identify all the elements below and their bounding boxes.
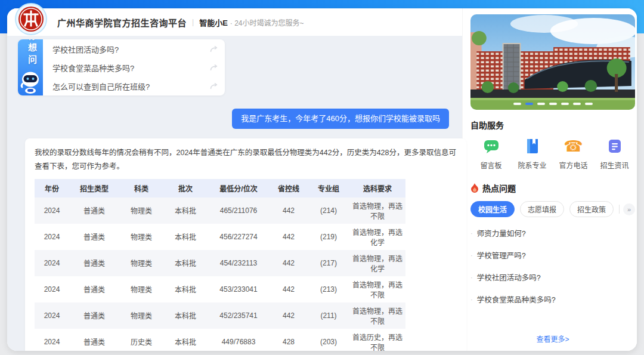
cell-subject: 物理类 bbox=[119, 302, 163, 329]
table-row: 2024 普通类 物理类 本科批 456/227274 442 (219) 首选… bbox=[35, 224, 405, 250]
cell-type: 普通类 bbox=[69, 250, 119, 276]
cell-requirement: 首选物理，再选不限 bbox=[349, 197, 405, 224]
cell-score-rank: 465/211076 bbox=[208, 197, 270, 224]
carousel-dot[interactable] bbox=[537, 103, 545, 105]
cell-year: 2024 bbox=[35, 224, 69, 250]
service-admission-news[interactable]: 招生资讯 bbox=[594, 138, 635, 170]
table-header-row: 年份招生类型科类批次最低分/位次省控线专业组选科要求 bbox=[35, 179, 405, 197]
cell-requirement: 首选物理，再选化学 bbox=[349, 250, 405, 276]
cell-batch: 本科批 bbox=[163, 250, 208, 276]
carousel-dot[interactable] bbox=[573, 103, 581, 105]
admission-news-icon bbox=[606, 138, 623, 155]
major-group-link[interactable]: (217) bbox=[308, 250, 349, 276]
bullet-icon: · bbox=[470, 296, 473, 303]
phone-icon: ☎ bbox=[564, 138, 583, 155]
cell-score-rank: 452/235741 bbox=[208, 302, 270, 329]
table-header-cell: 最低分/位次 bbox=[208, 179, 270, 197]
cell-control-line: 428 bbox=[270, 329, 308, 351]
cell-batch: 本科批 bbox=[163, 197, 208, 224]
view-more-link[interactable]: 查看更多> bbox=[470, 328, 635, 347]
table-row: 2024 普通类 物理类 本科批 452/235741 442 (211) 首选… bbox=[35, 302, 405, 329]
tab-application[interactable]: 志愿填报 bbox=[520, 201, 564, 217]
major-group-link[interactable]: (214) bbox=[308, 197, 349, 224]
user-message-row: 我是广东考生，今年考了460分，想报你们学校能被录取吗 bbox=[18, 109, 449, 129]
chat-area: 你想问 学校社团活动多吗? bbox=[7, 36, 462, 351]
hot-question-item[interactable]: · 师资力量如何? bbox=[470, 222, 635, 244]
major-group-link[interactable]: (203) bbox=[308, 329, 349, 351]
carousel-dots bbox=[470, 103, 635, 105]
suggestion-text: 怎么可以查到自己所在班级? bbox=[52, 81, 150, 92]
suggestion-list: 学校社团活动多吗? 学校食堂菜品种类多吗? bbox=[43, 39, 225, 95]
carousel-dot[interactable] bbox=[513, 103, 521, 105]
major-group-link[interactable]: (211) bbox=[308, 302, 349, 329]
service-label: 院系专业 bbox=[518, 160, 547, 170]
message-board-icon bbox=[483, 138, 500, 155]
cell-control-line: 442 bbox=[270, 224, 308, 250]
cell-batch: 本科批 bbox=[163, 276, 208, 302]
service-departments[interactable]: 院系专业 bbox=[512, 138, 553, 170]
service-tagline: · 24小时竭诚为您服务~ bbox=[230, 17, 304, 27]
chevron-right-icon[interactable]: » bbox=[623, 203, 635, 215]
tab-policy[interactable]: 招生政策 bbox=[569, 201, 614, 217]
hot-question-item[interactable]: · 学校食堂菜品种类多吗? bbox=[470, 288, 635, 310]
major-group-link[interactable]: (213) bbox=[308, 276, 349, 302]
bullet-icon: · bbox=[470, 230, 473, 237]
service-official-phone[interactable]: ☎ 官方电话 bbox=[553, 138, 594, 170]
table-header-cell: 批次 bbox=[163, 179, 208, 197]
school-logo-icon bbox=[15, 3, 47, 35]
hot-flame-icon bbox=[470, 183, 479, 193]
service-label: 官方电话 bbox=[559, 160, 588, 170]
hot-topics-header: 热点问题 bbox=[470, 182, 635, 194]
suggestion-item[interactable]: 学校食堂菜品种类多吗? bbox=[43, 58, 225, 76]
title-divider: | bbox=[192, 18, 194, 26]
carousel-dot[interactable] bbox=[561, 103, 569, 105]
cell-batch: 本科批 bbox=[163, 329, 208, 351]
cell-subject: 物理类 bbox=[119, 197, 163, 224]
chat-column: 广州华商学院官方招生咨询平台 | 智能小E · 24小时竭诚为您服务~ 你想问 bbox=[7, 8, 462, 351]
cell-year: 2024 bbox=[35, 197, 69, 224]
hot-question-item[interactable]: · 学校管理严吗? bbox=[470, 244, 635, 266]
cell-type: 普通类 bbox=[69, 197, 119, 224]
hot-topics-title: 热点问题 bbox=[482, 182, 516, 194]
carousel-dot[interactable] bbox=[549, 103, 557, 105]
cell-year: 2024 bbox=[35, 276, 69, 302]
service-label: 留言板 bbox=[481, 160, 502, 170]
table-header-cell: 年份 bbox=[35, 179, 69, 197]
hot-topic-tabs: 校园生活 志愿填报 招生政策 » bbox=[470, 201, 635, 217]
hot-question-text: 师资力量如何? bbox=[477, 227, 526, 239]
table-header-cell: 招生类型 bbox=[69, 179, 119, 197]
carousel-dot-active[interactable] bbox=[525, 103, 533, 105]
cell-requirement: 首选物理，再选不限 bbox=[349, 302, 405, 329]
tab-campus-life[interactable]: 校园生活 bbox=[470, 201, 515, 217]
cell-requirement: 首选物理，再选不限 bbox=[349, 276, 405, 302]
cell-year: 2024 bbox=[35, 302, 69, 329]
share-arrow-icon bbox=[210, 46, 218, 53]
cell-type: 普通类 bbox=[69, 224, 119, 250]
suggestion-item[interactable]: 怎么可以查到自己所在班级? bbox=[43, 77, 225, 95]
table-header-cell: 科类 bbox=[119, 179, 163, 197]
main-card: 广州华商学院官方招生咨询平台 | 智能小E · 24小时竭诚为您服务~ 你想问 bbox=[7, 8, 637, 351]
service-message-board[interactable]: 留言板 bbox=[470, 138, 512, 170]
services-row: 留言板 院系专业 ☎ 官方电话 bbox=[470, 138, 635, 170]
suggestions-label: 你想问 bbox=[26, 39, 38, 67]
share-arrow-icon bbox=[210, 83, 218, 89]
bot-message-card: 我校的录取分数线每年的情况会稍有不同，2024年普通类在广东的录取最低分物理类为… bbox=[25, 138, 466, 351]
campus-photo-carousel bbox=[470, 14, 635, 110]
table-header-cell: 选科要求 bbox=[349, 179, 405, 197]
cell-year: 2024 bbox=[35, 329, 69, 351]
cell-batch: 本科批 bbox=[163, 224, 208, 250]
hot-question-item[interactable]: · 学校社团活动多吗? bbox=[470, 266, 635, 288]
chat-header: 广州华商学院官方招生咨询平台 | 智能小E · 24小时竭诚为您服务~ bbox=[7, 8, 462, 36]
hot-question-list: · 师资力量如何? · 学校管理严吗? · 学校社团活动多吗? · 学校食堂菜品… bbox=[470, 222, 635, 310]
cell-score-rank: 456/227274 bbox=[208, 224, 270, 250]
table-row: 2024 普通类 物理类 本科批 453/233041 442 (213) 首选… bbox=[35, 276, 405, 302]
table-row: 2024 普通类 历史类 本科批 449/76883 428 (203) 首选历… bbox=[35, 329, 405, 351]
cell-control-line: 442 bbox=[270, 276, 308, 302]
cell-batch: 本科批 bbox=[163, 302, 208, 329]
carousel-dot[interactable] bbox=[585, 103, 593, 105]
suggestion-item[interactable]: 学校社团活动多吗? bbox=[43, 40, 225, 58]
cell-score-rank: 449/76883 bbox=[208, 329, 270, 351]
cell-type: 普通类 bbox=[69, 329, 119, 351]
share-arrow-icon bbox=[210, 64, 218, 71]
major-group-link[interactable]: (219) bbox=[308, 224, 349, 250]
